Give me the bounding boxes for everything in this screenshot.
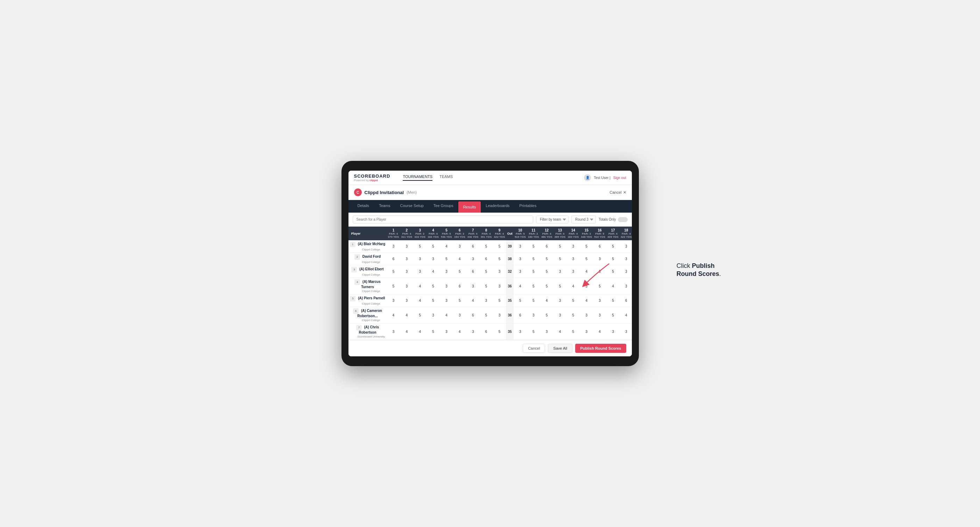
score-hole-10[interactable]: 3: [514, 240, 527, 253]
score-hole-4[interactable]: 3: [426, 253, 440, 265]
score-hole-16[interactable]: 3: [593, 253, 606, 265]
score-hole-7[interactable]: 6: [466, 240, 480, 253]
score-hole-10[interactable]: 3: [514, 253, 527, 265]
score-hole-8[interactable]: 5: [480, 240, 493, 253]
score-hole-5[interactable]: 3: [440, 294, 453, 307]
score-hole-16[interactable]: 3: [593, 307, 606, 324]
score-hole-15[interactable]: 4: [580, 265, 593, 278]
score-hole-7[interactable]: 4: [466, 294, 480, 307]
score-hole-15[interactable]: 5: [580, 240, 593, 253]
tournament-cancel-btn[interactable]: Cancel ✕: [609, 190, 626, 195]
cancel-button[interactable]: Cancel: [523, 344, 545, 353]
tab-course-setup[interactable]: Course Setup: [395, 200, 429, 213]
score-hole-16[interactable]: 6: [593, 265, 606, 278]
score-hole-7[interactable]: 3: [466, 324, 480, 340]
score-hole-13[interactable]: 3: [554, 265, 567, 278]
score-hole-13[interactable]: 5: [554, 278, 567, 294]
score-hole-8[interactable]: 6: [480, 253, 493, 265]
score-hole-12[interactable]: 4: [540, 294, 554, 307]
score-hole-6[interactable]: 3: [453, 240, 466, 253]
tab-leaderboards[interactable]: Leaderboards: [481, 200, 514, 213]
score-hole-12[interactable]: 5: [540, 253, 554, 265]
score-hole-11[interactable]: 5: [527, 253, 540, 265]
score-hole-6[interactable]: 4: [453, 253, 466, 265]
score-hole-18[interactable]: 3: [620, 324, 632, 340]
score-hole-6[interactable]: 5: [453, 294, 466, 307]
score-hole-17[interactable]: 4: [606, 278, 620, 294]
score-hole-1[interactable]: 4: [387, 307, 400, 324]
score-hole-13[interactable]: 4: [554, 324, 567, 340]
score-hole-14[interactable]: 3: [566, 240, 580, 253]
score-hole-13[interactable]: 3: [554, 294, 567, 307]
score-hole-13[interactable]: 5: [554, 253, 567, 265]
score-hole-11[interactable]: 5: [527, 294, 540, 307]
score-hole-10[interactable]: 3: [514, 324, 527, 340]
score-hole-15[interactable]: 3: [580, 324, 593, 340]
score-hole-5[interactable]: 3: [440, 324, 453, 340]
score-hole-11[interactable]: 5: [527, 278, 540, 294]
score-hole-13[interactable]: 3: [554, 307, 567, 324]
tab-teams[interactable]: Teams: [374, 200, 395, 213]
score-hole-3[interactable]: 4: [413, 324, 426, 340]
score-hole-15[interactable]: 5: [580, 253, 593, 265]
score-hole-14[interactable]: 5: [566, 324, 580, 340]
score-hole-11[interactable]: 5: [527, 324, 540, 340]
score-hole-15[interactable]: 3: [580, 278, 593, 294]
score-hole-4[interactable]: 5: [426, 278, 440, 294]
score-hole-8[interactable]: 6: [480, 324, 493, 340]
score-hole-2[interactable]: 3: [400, 294, 413, 307]
score-hole-1[interactable]: 3: [387, 294, 400, 307]
tab-details[interactable]: Details: [353, 200, 374, 213]
score-hole-1[interactable]: 5: [387, 265, 400, 278]
score-hole-8[interactable]: 5: [480, 307, 493, 324]
score-hole-4[interactable]: 5: [426, 294, 440, 307]
score-hole-1[interactable]: 6: [387, 253, 400, 265]
score-hole-2[interactable]: 3: [400, 278, 413, 294]
score-hole-2[interactable]: 3: [400, 240, 413, 253]
score-hole-11[interactable]: 3: [527, 307, 540, 324]
score-hole-16[interactable]: 6: [593, 240, 606, 253]
tab-printables[interactable]: Printables: [514, 200, 541, 213]
score-hole-7[interactable]: 3: [466, 278, 480, 294]
score-hole-7[interactable]: 6: [466, 265, 480, 278]
score-hole-2[interactable]: 4: [400, 324, 413, 340]
score-hole-9[interactable]: 5: [493, 294, 506, 307]
score-hole-10[interactable]: 3: [514, 265, 527, 278]
score-hole-18[interactable]: 6: [620, 294, 632, 307]
tab-tee-groups[interactable]: Tee Groups: [429, 200, 458, 213]
score-hole-6[interactable]: 5: [453, 265, 466, 278]
filter-by-team-select[interactable]: Filter by team: [536, 216, 568, 224]
score-hole-6[interactable]: 6: [453, 278, 466, 294]
score-hole-16[interactable]: 5: [593, 278, 606, 294]
score-hole-3[interactable]: 5: [413, 307, 426, 324]
score-hole-5[interactable]: 5: [440, 253, 453, 265]
score-hole-2[interactable]: 3: [400, 253, 413, 265]
score-hole-8[interactable]: 3: [480, 294, 493, 307]
score-hole-1[interactable]: 5: [387, 278, 400, 294]
score-hole-4[interactable]: 5: [426, 324, 440, 340]
score-hole-5[interactable]: 3: [440, 265, 453, 278]
score-hole-9[interactable]: 5: [493, 253, 506, 265]
score-hole-15[interactable]: 3: [580, 307, 593, 324]
score-hole-16[interactable]: 3: [593, 294, 606, 307]
publish-round-scores-button[interactable]: Publish Round Scores: [575, 344, 626, 353]
score-hole-9[interactable]: 3: [493, 265, 506, 278]
score-hole-3[interactable]: 4: [413, 278, 426, 294]
score-hole-10[interactable]: 4: [514, 278, 527, 294]
score-hole-7[interactable]: 6: [466, 307, 480, 324]
score-hole-2[interactable]: 3: [400, 265, 413, 278]
score-hole-4[interactable]: 3: [426, 307, 440, 324]
score-hole-12[interactable]: 5: [540, 278, 554, 294]
score-hole-1[interactable]: 3: [387, 324, 400, 340]
nav-teams[interactable]: TEAMS: [439, 175, 453, 181]
nav-tournaments[interactable]: TOURNAMENTS: [403, 175, 433, 181]
score-hole-3[interactable]: 4: [413, 294, 426, 307]
score-hole-3[interactable]: 3: [413, 265, 426, 278]
score-hole-11[interactable]: 5: [527, 265, 540, 278]
score-hole-17[interactable]: 3: [606, 324, 620, 340]
score-hole-14[interactable]: 5: [566, 307, 580, 324]
score-hole-17[interactable]: 5: [606, 240, 620, 253]
score-hole-18[interactable]: 3: [620, 240, 632, 253]
score-hole-12[interactable]: 3: [540, 324, 554, 340]
score-hole-5[interactable]: 4: [440, 307, 453, 324]
